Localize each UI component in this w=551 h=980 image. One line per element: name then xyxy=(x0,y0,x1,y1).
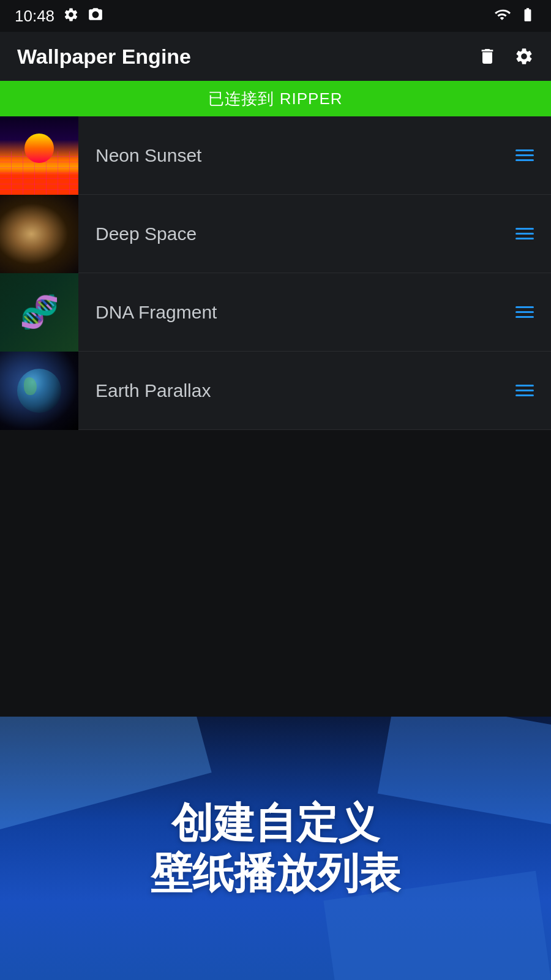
status-right xyxy=(493,7,536,25)
earth-globe-icon xyxy=(17,369,61,413)
list-item[interactable]: Neon Sunset xyxy=(0,116,551,195)
list-item[interactable]: Earth Parallax xyxy=(0,352,551,430)
menu-icon-dna-fragment[interactable] xyxy=(515,306,534,318)
delete-button[interactable] xyxy=(478,47,497,66)
status-left: 10:48 xyxy=(15,7,103,26)
battery-icon xyxy=(519,7,536,25)
menu-icon-neon-sunset[interactable] xyxy=(515,149,534,161)
wallpaper-thumb-dna: 🧬 xyxy=(0,273,78,352)
wallpaper-name-dna-fragment: DNA Fragment xyxy=(78,302,515,323)
connection-banner: 已连接到 RIPPER xyxy=(0,81,551,116)
connection-text: 已连接到 RIPPER xyxy=(208,88,342,110)
app-bar-actions xyxy=(478,47,534,66)
status-bar: 10:48 xyxy=(0,0,551,32)
wallpaper-name-deep-space: Deep Space xyxy=(78,224,515,244)
wallpaper-thumb-space xyxy=(0,195,78,273)
promo-line1: 创建自定义 xyxy=(151,798,400,848)
promo-shape-2 xyxy=(378,717,551,826)
list-item[interactable]: 🧬 DNA Fragment xyxy=(0,273,551,352)
wallpaper-name-neon-sunset: Neon Sunset xyxy=(78,145,515,166)
status-time: 10:48 xyxy=(15,7,54,26)
promo-section: 创建自定义 壁纸播放列表 xyxy=(0,717,551,980)
wifi-icon xyxy=(493,7,511,25)
settings-button[interactable] xyxy=(514,47,534,66)
promo-text: 创建自定义 壁纸播放列表 xyxy=(151,798,400,898)
screenshot-status-icon xyxy=(88,7,103,25)
settings-status-icon xyxy=(63,7,79,25)
promo-line2: 壁纸播放列表 xyxy=(151,848,400,899)
wallpaper-thumb-earth xyxy=(0,352,78,430)
promo-background: 创建自定义 壁纸播放列表 xyxy=(0,717,551,980)
dna-helix-icon: 🧬 xyxy=(20,293,59,331)
wallpaper-list: Neon Sunset Deep Space 🧬 DNA Fragment xyxy=(0,116,551,430)
app-title: Wallpaper Engine xyxy=(17,45,191,69)
dark-area xyxy=(0,430,551,669)
menu-icon-deep-space[interactable] xyxy=(515,228,534,239)
app-bar: Wallpaper Engine xyxy=(0,32,551,81)
wallpaper-thumb-neon xyxy=(0,116,78,195)
menu-icon-earth-parallax[interactable] xyxy=(515,385,534,396)
list-item[interactable]: Deep Space xyxy=(0,195,551,273)
wallpaper-name-earth-parallax: Earth Parallax xyxy=(78,380,515,401)
